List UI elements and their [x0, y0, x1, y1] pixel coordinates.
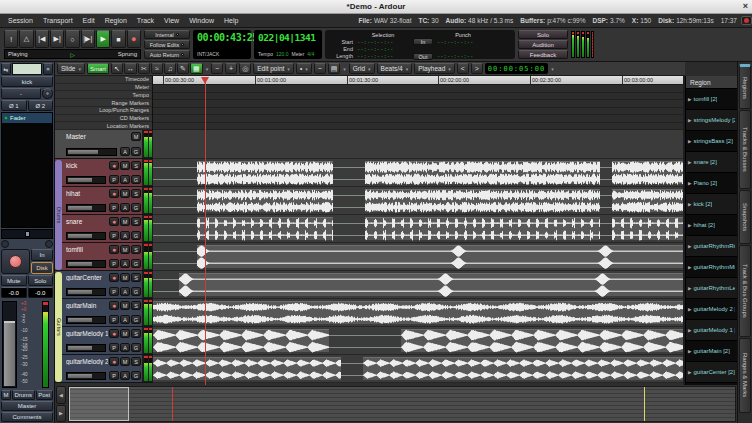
menu-item[interactable]: Region	[101, 16, 131, 25]
nudge-forward-button[interactable]: >	[471, 63, 483, 74]
region-list-item[interactable]: ▶guitarCenter [2]	[686, 362, 737, 383]
track-header-hihat[interactable]: hihat●MSPAG	[55, 187, 153, 215]
playlist-button[interactable]: P	[109, 231, 119, 240]
group-button[interactable]: G	[131, 203, 141, 212]
solo-button[interactable]: S	[131, 217, 141, 226]
side-tab-snapshots[interactable]: Snapshots	[739, 190, 751, 244]
group-button[interactable]: G	[131, 147, 141, 156]
track-gain-fader[interactable]	[66, 288, 106, 296]
playlist-button[interactable]: P	[109, 203, 119, 212]
shrink-tracks-button[interactable]: −	[314, 63, 326, 74]
edit-mode-combo[interactable]: Slide▾	[57, 63, 85, 74]
expander-icon[interactable]: ▶	[688, 223, 691, 228]
snap-mode-combo[interactable]: Grid▾	[349, 63, 375, 74]
nudge-back-button[interactable]: <	[457, 63, 469, 74]
primary-clock[interactable]: 00:00:43:25 INT/JACK	[193, 30, 251, 59]
pan-handle[interactable]	[25, 231, 30, 237]
mute-button[interactable]: M	[120, 217, 130, 226]
go-start-button[interactable]: |◀	[35, 30, 49, 48]
playlist-button[interactable]: P	[109, 287, 119, 296]
track-header-guitarmelody-1[interactable]: guitarMelody 1●MSPAG	[55, 327, 153, 355]
record-arm-button[interactable]: ●	[109, 329, 119, 338]
track-name[interactable]: guitarMelody 2	[66, 358, 108, 365]
strip-width-button[interactable]: ⇆	[1, 63, 11, 75]
record-arm-button[interactable]: ●	[109, 301, 119, 310]
track-height-combo[interactable]: •▾	[296, 63, 312, 74]
track-name[interactable]: tomfill	[66, 246, 108, 253]
record-enable-button[interactable]	[1, 249, 30, 274]
record-arm-button[interactable]: ●	[109, 245, 119, 254]
selection-row-value[interactable]: --:--:--:--	[357, 53, 409, 59]
menu-item[interactable]: Help	[220, 16, 242, 25]
strip-close-button[interactable]: ×	[43, 63, 53, 75]
solo-button[interactable]: S	[131, 329, 141, 338]
expand-tracks-button[interactable]: ▤	[328, 63, 341, 74]
automation-button[interactable]: A	[120, 287, 130, 296]
transport-option-button[interactable]: Internal	[144, 30, 190, 39]
strip-name-input[interactable]	[12, 63, 42, 75]
range-markers-ruler[interactable]	[153, 100, 685, 108]
height-dropdown-icon[interactable]: ▾	[342, 66, 347, 72]
expander-icon[interactable]: ▶	[688, 286, 691, 291]
ruler-label[interactable]: Meter	[55, 84, 152, 92]
track-gain-fader[interactable]	[66, 148, 117, 156]
menu-item[interactable]: Track	[133, 16, 158, 25]
grab-tool[interactable]: ↖	[111, 63, 123, 74]
region-list-item[interactable]: ▶stringsMelody [2]	[686, 110, 737, 131]
ruler-label[interactable]: Timecode	[55, 76, 152, 84]
playlist-button[interactable]: P	[109, 259, 119, 268]
audition-tool[interactable]: ♫	[164, 63, 176, 74]
mute-button[interactable]: M	[120, 189, 130, 198]
zoom-out-button[interactable]: −	[211, 63, 223, 74]
expander-icon[interactable]: ▶	[688, 307, 691, 312]
expander-icon[interactable]: ▶	[688, 118, 691, 123]
region-list-item[interactable]: ▶hihat [2]	[686, 215, 737, 236]
track-gain-fader[interactable]	[66, 344, 106, 352]
record-button[interactable]: ●	[127, 30, 141, 48]
peak-display[interactable]: -0.0	[28, 287, 54, 298]
expander-icon[interactable]: ▶	[688, 265, 691, 270]
region-list-header[interactable]: Region	[686, 76, 737, 89]
close-icon[interactable]: ×	[743, 1, 748, 11]
mute-button[interactable]: Mute	[1, 275, 27, 286]
track-gain-fader[interactable]	[66, 204, 106, 212]
processor-box[interactable]: Fader	[1, 112, 53, 228]
region-list-item[interactable]: ▶guitarMelody 1 [2	[686, 320, 737, 341]
solo-button[interactable]: S	[131, 245, 141, 254]
meter-point-button[interactable]: Post	[36, 390, 53, 400]
region-list-item[interactable]: ▶guitarMelody 2 [2	[686, 299, 737, 320]
group-button[interactable]: G	[131, 371, 141, 380]
playlist-button[interactable]: P	[109, 371, 119, 380]
grid-type-combo[interactable]: Beats/4▾	[377, 63, 413, 74]
fader-processor-entry[interactable]: Fader	[2, 113, 52, 123]
group-button[interactable]: G	[131, 259, 141, 268]
ruler-label[interactable]: Loop/Punch Ranges	[55, 107, 152, 115]
phase-1-button[interactable]: Ø 1	[1, 100, 27, 111]
automation-button[interactable]: A	[120, 315, 130, 324]
side-tab-tracks-busses[interactable]: Tracks & Busses	[739, 110, 751, 189]
menu-item[interactable]: Edit	[79, 16, 99, 25]
region-list-item[interactable]: ▶tomfill [2]	[686, 89, 737, 110]
track-name[interactable]: snare	[66, 218, 108, 225]
tempo-ruler[interactable]	[153, 93, 685, 101]
go-end-button[interactable]: ▶|	[50, 30, 64, 48]
menu-item[interactable]: Window	[185, 16, 218, 25]
mute-button[interactable]: M	[120, 357, 130, 366]
pan-slider[interactable]	[1, 229, 53, 239]
automation-button[interactable]: A	[120, 343, 130, 352]
solo-button[interactable]: S	[131, 161, 141, 170]
loop-punch-ruler[interactable]	[153, 108, 685, 116]
monitor-disk-button[interactable]: Disk	[31, 262, 53, 274]
edit-group-strip-guitars[interactable]: Guitars	[55, 272, 62, 382]
track-gain-fader[interactable]	[66, 372, 106, 380]
group-button[interactable]: Drums	[12, 390, 35, 400]
play-button[interactable]: ▶	[96, 30, 110, 48]
region-list-item[interactable]: ▶guitarRhythmRigh	[686, 236, 737, 257]
automation-button[interactable]: A	[120, 231, 130, 240]
track-name[interactable]: hihat	[66, 190, 108, 197]
summary-scroll-right-button[interactable]: ▶	[56, 405, 66, 423]
record-arm-button[interactable]: ●	[109, 189, 119, 198]
region-list-item[interactable]: ▶kick [2]	[686, 194, 737, 215]
mute-button[interactable]: M	[120, 245, 130, 254]
track-header-guitarmelody-2[interactable]: guitarMelody 2●MSPAG	[55, 355, 153, 383]
